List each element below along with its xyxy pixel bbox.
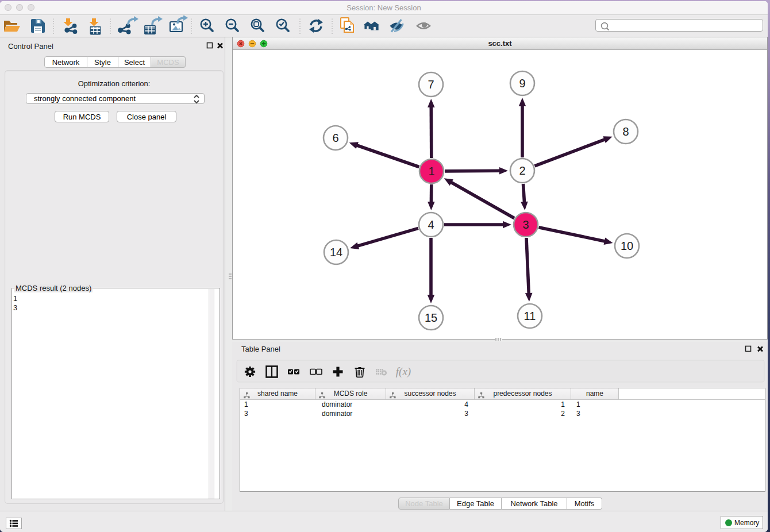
svg-text:2: 2 <box>519 164 525 177</box>
svg-text:8: 8 <box>622 125 629 138</box>
svg-text:4: 4 <box>428 218 434 231</box>
svg-text:10: 10 <box>621 240 633 252</box>
svg-text:11: 11 <box>524 310 536 322</box>
svg-text:6: 6 <box>332 132 338 144</box>
svg-text:f(x): f(x) <box>396 365 411 378</box>
svg-text:9: 9 <box>519 77 525 90</box>
svg-text:7: 7 <box>428 78 434 91</box>
svg-text:15: 15 <box>425 311 437 324</box>
svg-text:1: 1 <box>428 165 434 178</box>
svg-text:3: 3 <box>522 218 529 231</box>
svg-text:14: 14 <box>330 246 342 259</box>
